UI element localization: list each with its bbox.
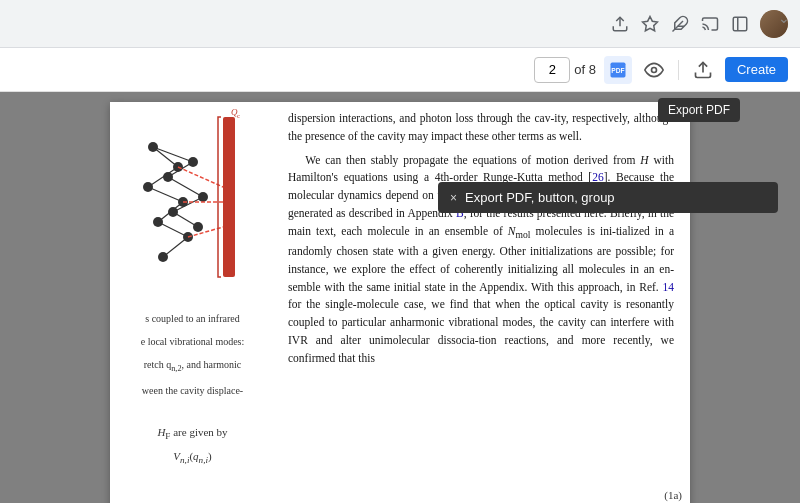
svg-line-29 xyxy=(163,237,188,257)
pdf-content-area: Q c s coupled to an infrared e local vib… xyxy=(0,92,800,503)
svg-line-35 xyxy=(178,167,223,187)
svg-line-25 xyxy=(148,167,178,187)
browser-toolbar xyxy=(0,0,800,48)
formula-hf: HF are given by xyxy=(149,422,235,445)
svg-rect-11 xyxy=(223,117,235,277)
divider xyxy=(678,60,679,80)
left-text-3: retch qn,2, and harmonic xyxy=(136,353,250,379)
svg-line-34 xyxy=(173,212,198,227)
svg-text:PDF: PDF xyxy=(611,67,624,74)
svg-text:c: c xyxy=(237,112,240,120)
svg-line-27 xyxy=(158,202,183,222)
pdf-toolbar: of 8 PDF Create Export PDF xyxy=(0,48,800,92)
tooltip-close-button[interactable]: × xyxy=(450,191,457,205)
main-text-area: dispersion interactions, and photon loss… xyxy=(280,102,690,503)
svg-line-28 xyxy=(158,222,188,237)
export-upload-button[interactable] xyxy=(689,56,717,84)
bookmark-icon[interactable] xyxy=(640,14,660,34)
svg-point-9 xyxy=(651,67,656,72)
svg-line-24 xyxy=(153,147,178,167)
diagram-area: Q c s coupled to an infrared e local vib… xyxy=(110,102,275,503)
formula-v: Vn,i(qn,i) xyxy=(165,446,219,469)
chevron-down-icon: ⌄ xyxy=(778,10,790,26)
page-control: of 8 xyxy=(534,57,596,83)
upload-toolbar-icon[interactable] xyxy=(610,14,630,34)
extensions-icon[interactable] xyxy=(670,14,690,34)
svg-rect-5 xyxy=(733,17,747,31)
pdf-page: Q c s coupled to an infrared e local vib… xyxy=(110,102,690,503)
svg-line-30 xyxy=(153,147,193,162)
create-button[interactable]: Create xyxy=(725,57,788,82)
svg-marker-1 xyxy=(643,16,658,30)
tooltip-popup: × Export PDF, button, group xyxy=(438,182,778,213)
left-text-4: ween the cavity displace- xyxy=(134,379,251,402)
page-total: of 8 xyxy=(574,62,596,77)
eye-view-button[interactable] xyxy=(640,56,668,84)
export-pdf-label: Export PDF xyxy=(658,98,740,122)
cavity-diagram: Q c xyxy=(123,107,263,307)
tooltip-text: Export PDF, button, group xyxy=(465,190,766,205)
paragraph-1: dispersion interactions, and photon loss… xyxy=(288,110,674,146)
page-number-input[interactable] xyxy=(534,57,570,83)
left-text-1: s coupled to an infrared xyxy=(137,307,247,330)
pdf-view-button[interactable]: PDF xyxy=(604,56,632,84)
svg-line-32 xyxy=(168,177,203,197)
sidebar-toggle-icon[interactable] xyxy=(730,14,750,34)
svg-line-26 xyxy=(148,187,183,202)
left-text-2: e local vibrational modes: xyxy=(133,330,253,353)
cast-icon[interactable] xyxy=(700,14,720,34)
equation-label: (1a) xyxy=(664,489,682,501)
